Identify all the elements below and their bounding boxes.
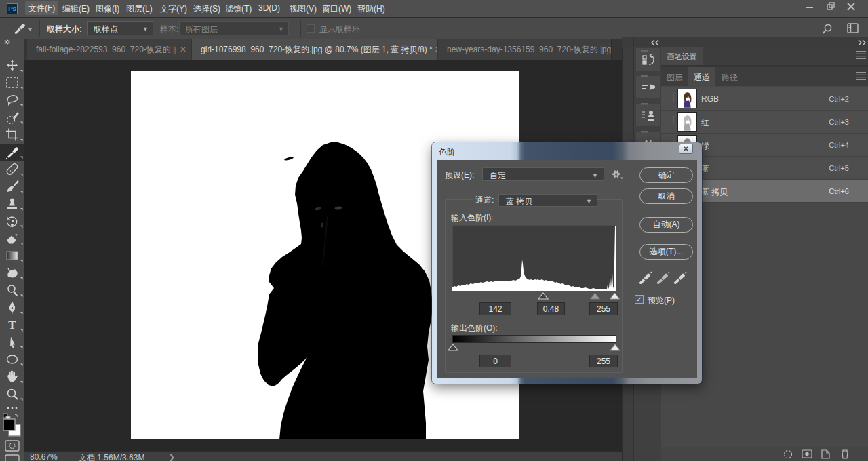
svg-text:T: T [8,319,16,332]
